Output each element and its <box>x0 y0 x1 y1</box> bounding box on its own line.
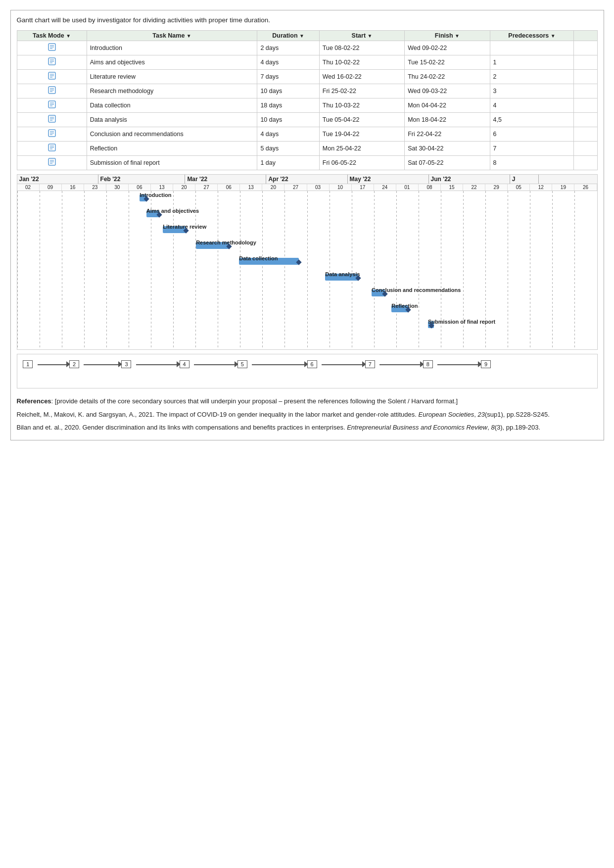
gantt-bar-label: Data analysis <box>325 271 360 277</box>
task-duration-cell: 2 days <box>257 41 319 55</box>
arrow-line <box>437 364 481 365</box>
gantt-bar-label: Research methodology <box>196 240 256 245</box>
day-cell: 02 <box>17 184 40 191</box>
task-mode-icon <box>47 143 56 152</box>
day-cell: 29 <box>485 184 508 191</box>
references-intro: References: [provide details of the core… <box>17 396 598 407</box>
task-duration-cell: 1 day <box>257 156 319 170</box>
task-finish-cell: Wed 09-02-22 <box>405 41 490 55</box>
col-header-task-name: Task Name ▼ <box>87 31 257 41</box>
task-mode-icon <box>47 71 56 80</box>
task-extra-cell <box>574 41 597 55</box>
arrow-line <box>136 364 180 365</box>
day-cell: 03 <box>307 184 330 191</box>
task-duration-cell: 18 days <box>257 98 319 113</box>
day-cell: 15 <box>441 184 463 191</box>
task-pred-cell: 6 <box>490 127 574 142</box>
intro-text: Gantt chart will be used by investigator… <box>17 15 598 25</box>
table-row: Submission of final report 1 day Fri 06-… <box>17 156 597 170</box>
arrow-line <box>194 364 237 365</box>
arrow-line <box>379 364 423 365</box>
gantt-bar-label: Aims and objectives <box>146 208 199 214</box>
task-duration-cell: 10 days <box>257 84 319 98</box>
day-cell: 17 <box>352 184 374 191</box>
table-row: Conclusion and recommendations 4 days Tu… <box>17 127 597 142</box>
sort-icon-duration[interactable]: ▼ <box>299 33 304 39</box>
arrow-line <box>322 364 365 365</box>
day-cell: 27 <box>284 184 307 191</box>
sort-icon-start[interactable]: ▼ <box>368 33 373 39</box>
task-icon <box>17 113 87 127</box>
table-row: Aims and objectives 4 days Thu 10-02-22 … <box>17 55 597 70</box>
task-finish-cell: Sat 07-05-22 <box>405 156 490 170</box>
sort-icon-finish[interactable]: ▼ <box>455 33 460 39</box>
gantt-row: Reflection <box>17 302 597 318</box>
task-start-cell: Tue 08-02-22 <box>319 41 404 55</box>
sort-icon-task-name[interactable]: ▼ <box>187 33 191 39</box>
month-cell: Apr '22 <box>266 175 347 184</box>
gantt-chart-area: Jan '22Feb '22Mar '22Apr '22May '22Jun '… <box>17 174 598 350</box>
gantt-bar-label: Submission of final report <box>428 319 495 325</box>
gantt-table: Task Mode ▼ Task Name ▼ Duration ▼ Start… <box>17 30 598 170</box>
gantt-bar-label: Data collection <box>239 255 278 261</box>
col-header-duration: Duration ▼ <box>257 31 319 41</box>
task-pred-cell: 3 <box>490 84 574 98</box>
month-cell: May '22 <box>348 175 429 184</box>
sort-icon-pred[interactable]: ▼ <box>551 33 556 39</box>
day-cell: 13 <box>240 184 262 191</box>
col-header-task-mode: Task Mode ▼ <box>17 31 87 41</box>
task-number-box: 6 <box>307 360 317 368</box>
table-row: Literature review 7 days Wed 16-02-22 Th… <box>17 70 597 84</box>
task-name-cell: Data analysis <box>87 113 257 127</box>
task-icon <box>17 127 87 142</box>
task-mode-icon <box>47 86 56 95</box>
day-cell: 13 <box>151 184 173 191</box>
task-mode-icon <box>47 114 56 123</box>
day-cell: 22 <box>463 184 485 191</box>
references-intro-text: : [provide details of the core secondary… <box>51 397 458 405</box>
col-header-predecessors: Predecessors ▼ <box>490 31 574 41</box>
task-extra-cell <box>574 55 597 70</box>
task-number-box: 1 <box>23 360 33 368</box>
day-cell: 23 <box>84 184 106 191</box>
table-row: Data collection 18 days Thu 10-03-22 Mon… <box>17 98 597 113</box>
task-mode-icon <box>47 57 56 66</box>
task-pred-cell <box>490 41 574 55</box>
arrow-line <box>84 364 121 365</box>
gantt-row: Research methodology <box>17 239 597 254</box>
task-finish-cell: Wed 09-03-22 <box>405 84 490 98</box>
col-header-extra <box>574 31 597 41</box>
gantt-row: Data collection <box>17 254 597 270</box>
task-pred-cell: 4 <box>490 98 574 113</box>
table-row: Research methodology 10 days Fri 25-02-2… <box>17 84 597 98</box>
task-pred-cell: 2 <box>490 70 574 84</box>
col-header-finish: Finish ▼ <box>405 31 490 41</box>
grid-line <box>597 191 598 349</box>
task-name-cell: Introduction <box>87 41 257 55</box>
sort-icon-task-mode[interactable]: ▼ <box>66 33 71 39</box>
main-container: Gantt chart will be used by investigator… <box>10 10 604 440</box>
task-number-box: 2 <box>69 360 79 368</box>
day-cell: 27 <box>195 184 218 191</box>
task-number-box: 7 <box>365 360 375 368</box>
task-finish-cell: Fri 22-04-22 <box>405 127 490 142</box>
day-cell: 10 <box>330 184 352 191</box>
task-extra-cell <box>574 70 597 84</box>
task-number-box: 5 <box>237 360 247 368</box>
task-number-box: 3 <box>121 360 131 368</box>
gantt-bar-label: Reflection <box>391 303 418 309</box>
day-cell: 20 <box>262 184 284 191</box>
task-extra-cell <box>574 113 597 127</box>
task-extra-cell <box>574 84 597 98</box>
reference-item: Bilan and et. al., 2020. Gender discrimi… <box>47 423 598 433</box>
task-extra-cell <box>574 98 597 113</box>
gantt-row: Submission of final report <box>17 318 597 334</box>
gantt-bar-label: Introduction <box>140 192 171 198</box>
month-cell: Mar '22 <box>185 175 266 184</box>
task-start-cell: Fri 06-05-22 <box>319 156 404 170</box>
task-name-cell: Conclusion and recommendations <box>87 127 257 142</box>
arrow-line <box>252 364 307 365</box>
task-start-cell: Thu 10-03-22 <box>319 98 404 113</box>
month-cell: Feb '22 <box>98 175 186 184</box>
day-cell: 01 <box>396 184 419 191</box>
